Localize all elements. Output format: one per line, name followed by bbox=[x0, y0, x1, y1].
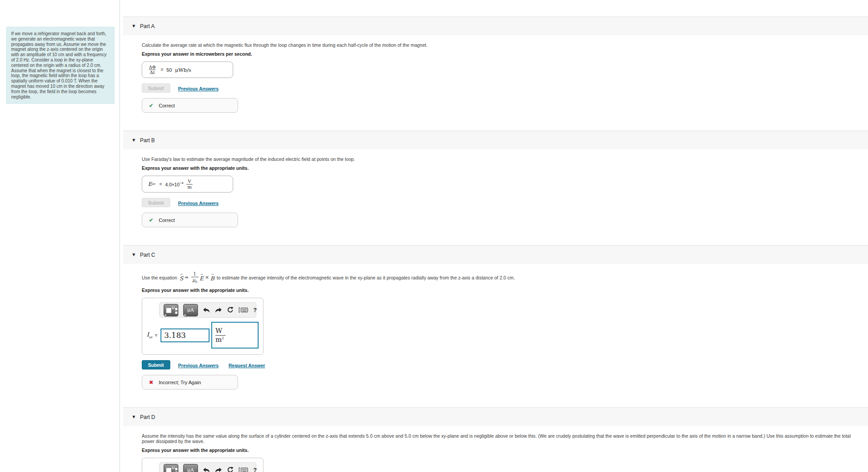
check-icon: ✔ bbox=[149, 103, 153, 109]
part-c-units-input[interactable]: W m2 bbox=[211, 322, 259, 349]
part-a-header[interactable]: ▼ Part A bbox=[123, 16, 868, 35]
part-c-content: Use the equation ⇀S = 1 μ0 ⇀E × ⇀B to es… bbox=[123, 264, 868, 398]
vector-s: ⇀S bbox=[179, 273, 183, 282]
feedback-text: Correct bbox=[159, 103, 175, 108]
check-icon: ✔ bbox=[149, 217, 153, 223]
submit-button[interactable]: Submit bbox=[142, 198, 170, 207]
part-b-answer-box: Eav = 4.0×10−4 V m bbox=[142, 176, 233, 193]
part-c-title: Part C bbox=[140, 252, 155, 258]
templates-button[interactable] bbox=[164, 464, 178, 472]
panel-divider bbox=[119, 0, 120, 472]
problem-panel: If we move a refrigerator magnet back an… bbox=[0, 0, 119, 472]
part-b-answer-value: 4.0×10−4 bbox=[165, 181, 183, 187]
part-d-description: Assume the intensity has the same value … bbox=[142, 433, 859, 444]
keyboard-icon[interactable] bbox=[239, 467, 248, 472]
feedback-text: Correct bbox=[159, 218, 175, 223]
part-a-answer-value: 50 bbox=[166, 67, 172, 73]
units-button[interactable]: μA bbox=[183, 304, 198, 316]
equals-sign: = bbox=[160, 182, 162, 187]
part-a-title: Part A bbox=[140, 23, 155, 29]
part-b-feedback-correct: ✔ Correct bbox=[142, 213, 238, 227]
part-b-header[interactable]: ▼ Part B bbox=[123, 131, 868, 149]
part-a-feedback-correct: ✔ Correct bbox=[142, 98, 238, 113]
undo-icon[interactable] bbox=[203, 467, 210, 472]
submit-button[interactable]: Submit bbox=[142, 360, 170, 369]
previous-answers-link[interactable]: Previous Answers bbox=[178, 86, 219, 91]
vector-b: ⇀B bbox=[210, 273, 214, 282]
templates-button[interactable] bbox=[164, 304, 178, 316]
part-c-equation-editor: μA bbox=[142, 298, 263, 355]
flux-rate-fraction: ΔΦ Δt bbox=[148, 65, 156, 75]
part-c-description: Use the equation ⇀S = 1 μ0 ⇀E × ⇀B to es… bbox=[142, 271, 859, 284]
part-d-header[interactable]: ▼ Part D bbox=[123, 407, 868, 426]
part-a-answer-units: μWb/s bbox=[175, 67, 191, 73]
part-a-answer-box: ΔΦ Δt = 50 μWb/s bbox=[142, 62, 233, 78]
volts-per-meter-fraction: V m bbox=[186, 179, 192, 189]
collapse-icon[interactable]: ▼ bbox=[132, 138, 140, 142]
help-icon[interactable]: ? bbox=[253, 307, 257, 313]
submit-button[interactable]: Submit bbox=[142, 83, 170, 93]
equation-toolbar: μA bbox=[159, 302, 256, 318]
part-b-content: Use Faraday's law to estimate the averag… bbox=[123, 149, 868, 236]
part-d-content: Assume the intensity has the same value … bbox=[123, 426, 868, 472]
equation-toolbar: μA bbox=[159, 462, 256, 472]
cross-icon: ✖ bbox=[149, 379, 153, 386]
reset-icon[interactable] bbox=[227, 467, 234, 472]
part-b-express: Express your answer with the appropriate… bbox=[142, 165, 859, 171]
part-a-description: Calculate the average rate at which the … bbox=[142, 42, 859, 48]
undo-icon[interactable] bbox=[203, 307, 210, 313]
poynting-equation: ⇀S = 1 μ0 ⇀E × ⇀B bbox=[179, 271, 214, 284]
part-c-express: Express your answer with the appropriate… bbox=[142, 287, 859, 293]
efield-symbol: E bbox=[148, 181, 152, 187]
keyboard-icon[interactable] bbox=[239, 307, 248, 313]
assignment-main: ▼ Part A Calculate the average rate at w… bbox=[123, 0, 868, 472]
reset-icon[interactable] bbox=[227, 307, 234, 313]
vector-e: ⇀E bbox=[200, 273, 204, 282]
request-answer-link[interactable]: Request Answer bbox=[229, 363, 265, 368]
collapse-icon[interactable]: ▼ bbox=[132, 253, 140, 257]
part-d-equation-editor: μA bbox=[142, 458, 263, 472]
feedback-text: Incorrect; Try Again bbox=[159, 380, 201, 385]
units-button[interactable]: μA bbox=[183, 464, 198, 472]
problem-statement: If we move a refrigerator magnet back an… bbox=[6, 27, 115, 104]
part-b-title: Part B bbox=[140, 137, 155, 144]
previous-answers-link[interactable]: Previous Answers bbox=[178, 363, 219, 368]
previous-answers-link[interactable]: Previous Answers bbox=[178, 201, 219, 206]
intensity-symbol: Iav bbox=[147, 331, 152, 339]
collapse-icon[interactable]: ▼ bbox=[132, 24, 140, 28]
part-a-content: Calculate the average rate at which the … bbox=[123, 35, 868, 122]
one-over-mu0-fraction: 1 μ0 bbox=[191, 271, 198, 284]
equals-sign: = bbox=[160, 67, 163, 72]
part-c-feedback-incorrect: ✖ Incorrect; Try Again bbox=[142, 375, 238, 390]
help-icon[interactable]: ? bbox=[253, 467, 257, 472]
part-c-value-input[interactable] bbox=[160, 328, 210, 342]
part-d-express: Express your answer with the appropriate… bbox=[142, 447, 859, 453]
part-b-description: Use Faraday's law to estimate the averag… bbox=[142, 156, 859, 162]
part-c-header[interactable]: ▼ Part C bbox=[123, 245, 868, 264]
collapse-icon[interactable]: ▼ bbox=[132, 415, 140, 419]
part-d-title: Part D bbox=[140, 414, 155, 420]
redo-icon[interactable] bbox=[215, 467, 222, 472]
part-a-express: Express your answer in microwebers per s… bbox=[142, 51, 859, 57]
redo-icon[interactable] bbox=[215, 307, 222, 313]
